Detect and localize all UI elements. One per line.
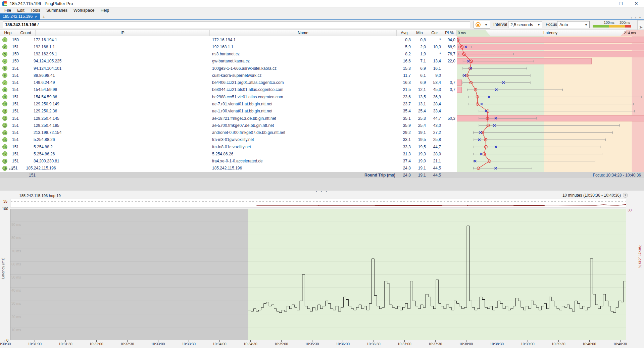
ip-cell: 88.86.98.41 [34, 73, 55, 78]
round-trip-label: Round Trip (ms) [295, 173, 395, 178]
table-row[interactable]: 15 151 5.254.88.26 fra-in3-01gw.voxility… [0, 136, 457, 143]
svg-text:90 ms: 90 ms [11, 222, 21, 227]
avg-cell: 21,5 [397, 87, 411, 92]
table-row[interactable]: 13 151 129.250.4.185 ae-5.r00.frnkge07.d… [0, 122, 457, 129]
min-cell: 19,1 [412, 130, 426, 135]
legend-100ms-label: 100ms [604, 20, 614, 24]
min-cell: 2,0 [412, 45, 426, 49]
maximize-button[interactable]: ❐ [613, 0, 629, 7]
name-cell: 192.168.1.1 [212, 45, 233, 49]
range-dropdown-icon[interactable]: ▼ [623, 193, 628, 198]
ip-cell: 94.124.104.101 [34, 66, 61, 71]
pl-cell: 50,3 [442, 116, 455, 121]
pl-cell: 68,9 [442, 45, 455, 49]
minimize-button[interactable]: — [598, 0, 613, 7]
count-cell: 151 [7, 66, 19, 71]
table-row[interactable]: 18 151 84.200.230.81 fra4.xe-0-1-0.accel… [0, 157, 457, 164]
pause-dropdown-button[interactable]: ▼ [482, 21, 490, 29]
time-tick-label: 10:40:30 [613, 342, 627, 346]
min-cell: 7,1 [412, 59, 426, 63]
col-header-ip[interactable]: IP [36, 30, 210, 36]
name-cell: 172.16.194.1 [212, 38, 236, 42]
table-row[interactable]: 3 150 192.162.96.1 ns3.bartanet.cz 8,2 1… [0, 51, 457, 58]
pause-icon [476, 22, 481, 27]
count-cell: 150 [7, 59, 19, 63]
splitter-handle[interactable]: • • • [0, 190, 644, 194]
col-header-avg[interactable]: Avg [397, 30, 412, 36]
col-header-count[interactable]: Count [16, 30, 36, 36]
timeline-range-label[interactable]: 10 minutes (10:30:36 - 10:40:36) [562, 193, 621, 198]
count-cell: 150 [7, 38, 19, 42]
count-cell: 150 [7, 52, 19, 56]
name-cell: be2988.ccr51.vie01.atlas.cogentco.com [212, 95, 283, 99]
time-tick-label: 10:35:00 [274, 342, 288, 346]
count-cell: 151 [6, 166, 18, 170]
focus-range-text: Focus: 10:34:28 - 10:40:36 [537, 173, 641, 178]
count-cell: 151 [7, 102, 19, 106]
pl-cell: 94,0 [442, 38, 455, 42]
table-row[interactable]: 10 151 129.250.9.149 ae-7.r01.vienat01.a… [0, 100, 457, 107]
ip-cell: 192.168.1.1 [34, 45, 55, 49]
tab-list-icon[interactable]: ▼ [639, 16, 641, 19]
col-header-cur[interactable]: Cur [427, 30, 442, 36]
table-row[interactable]: 8 151 154.54.59.98 be3044.ccr21.bts01.at… [0, 86, 457, 93]
tab-target[interactable]: 185.242.115.196 ✔ [0, 13, 40, 19]
min-cell: 19,5 [412, 137, 426, 142]
avg-cell: 15,3 [397, 66, 411, 71]
menu-item-workspace[interactable]: Workspace [70, 7, 97, 13]
menu-item-help[interactable]: Help [97, 7, 112, 13]
table-row[interactable]: 7 151 149.6.24.49 be4406.ccr21.prg01.atl… [0, 79, 457, 86]
time-tick-label: 10:30:30 [0, 342, 11, 346]
title-bar: 185.242.115.196 - PingPlotter Pro — ❐ ✕ [0, 0, 644, 7]
table-row[interactable]: 4 150 94.124.105.225 gw-bartanet.kaora.c… [0, 58, 457, 65]
table-row[interactable]: 2 151 192.168.1.1 192.168.1.1 5,9 2,0 10… [0, 43, 457, 50]
table-row[interactable]: 12 151 129.250.4.145 ae-18.r21.frnkge13.… [0, 115, 457, 122]
avg-cell: 16,3 [397, 80, 411, 85]
round-trip-count: 151 [23, 173, 36, 178]
col-header-pl[interactable]: PL% [442, 30, 457, 36]
svg-text:80 ms: 80 ms [11, 236, 21, 240]
trace-table: Hop Count IP Name Avg Min Cur PL% 0 ms L… [0, 30, 644, 178]
menu-item-file[interactable]: File [1, 7, 14, 13]
svg-text:40 ms: 40 ms [11, 288, 21, 292]
close-button[interactable]: ✕ [629, 0, 644, 7]
target-input[interactable]: 185.242.115.196 / [3, 21, 470, 28]
table-row[interactable]: 14 151 213.198.72.154 andronet-0.r00.frn… [0, 129, 457, 136]
table-row[interactable]: 11 151 129.250.2.36 ae-1.r00.vienat01.at… [0, 108, 457, 115]
pl-cell: 76,7 [442, 52, 455, 56]
name-cell: ae-1.r00.vienat01.at.bb.gin.ntt.net [212, 109, 272, 113]
table-row[interactable]: 19 151 185.242.115.196 185.242.115.196 2… [0, 165, 457, 172]
tab-scroll-left-icon[interactable]: ‹ [631, 15, 632, 19]
table-row[interactable]: 17 151 5.254.86.26 5.254.86.26 31,3 19,3… [0, 150, 457, 157]
svg-text:70 ms: 70 ms [11, 249, 21, 253]
col-header-hop[interactable]: Hop [0, 30, 16, 36]
jitter-strip-chart[interactable] [10, 199, 626, 207]
latency-timeline-chart[interactable]: 10 ms20 ms30 ms40 ms50 ms60 ms70 ms80 ms… [10, 209, 626, 340]
count-cell: 151 [7, 95, 19, 99]
table-row[interactable]: 6 151 88.86.98.41 cust-kaora-supernetwor… [0, 72, 457, 79]
cur-cell: 13,4 [428, 59, 441, 63]
col-header-latency[interactable]: 0 ms Latency 214 ms [457, 30, 644, 36]
col-header-name[interactable]: Name [210, 30, 397, 36]
table-row[interactable]: 9 151 154.54.59.86 be2988.ccr51.vie01.at… [0, 93, 457, 100]
table-row[interactable]: 5 151 94.124.104.101 100ge3-1-1-666.asr9… [0, 65, 457, 72]
pause-button[interactable] [474, 21, 483, 29]
interval-select[interactable]: 2,5 seconds ▼ [508, 21, 542, 28]
col-header-min[interactable]: Min [412, 30, 427, 36]
time-tick-label: 10:37:30 [428, 342, 442, 346]
name-cell: ae-18.r21.frnkge13.de.bb.gin.ntt.net [212, 116, 276, 121]
name-cell: 185.242.115.196 [212, 166, 242, 170]
menu-bar: FileEditToolsSummariesWorkspaceHelp [0, 7, 644, 13]
tab-scroll-right-icon[interactable]: › [635, 15, 636, 19]
new-tab-button[interactable]: + [40, 13, 48, 19]
menu-item-tools[interactable]: Tools [28, 7, 43, 13]
table-row[interactable]: 1 150 172.16.194.1 172.16.194.1 0,8 0,8 … [0, 36, 457, 43]
menu-item-summaries[interactable]: Summaries [43, 7, 70, 13]
name-cell: be4406.ccr21.prg01.atlas.cogentco.com [212, 80, 284, 85]
min-cell: 19,5 [412, 145, 426, 149]
avg-cell: 35,1 [397, 116, 411, 121]
table-row[interactable]: 16 151 5.254.88.2 fra-in8-01c.voxility.n… [0, 143, 457, 150]
focus-select[interactable]: Auto ▼ [557, 21, 590, 28]
chevron-down-icon: ▼ [585, 23, 589, 27]
menu-item-edit[interactable]: Edit [14, 7, 28, 13]
